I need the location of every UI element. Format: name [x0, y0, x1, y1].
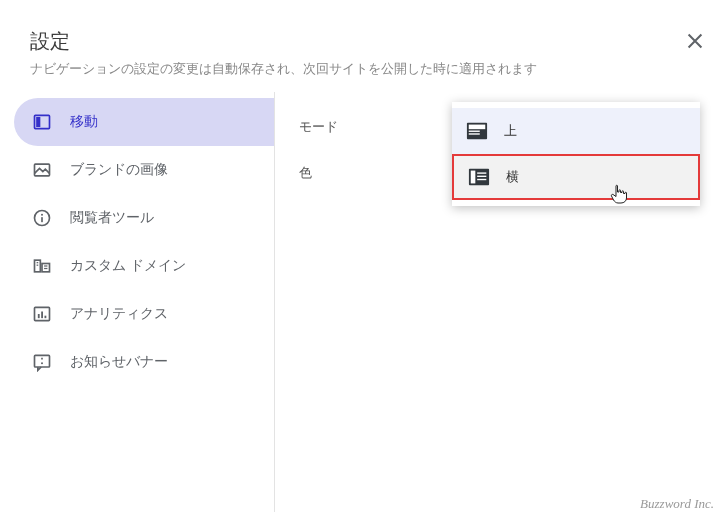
- page-title: 設定: [30, 28, 698, 55]
- sidebar-item-brand-images[interactable]: ブランドの画像: [14, 146, 274, 194]
- svg-point-4: [41, 214, 43, 216]
- svg-rect-27: [477, 179, 486, 180]
- close-button[interactable]: [684, 30, 706, 56]
- dropdown-option-side[interactable]: 横: [452, 154, 700, 200]
- svg-rect-16: [35, 355, 50, 367]
- svg-rect-21: [469, 131, 480, 132]
- sidebar-item-analytics[interactable]: アナリティクス: [14, 290, 274, 338]
- sidebar-item-label: お知らせバナー: [70, 353, 168, 371]
- cursor-hand-icon: [610, 184, 628, 208]
- dropdown-option-label: 上: [504, 122, 517, 140]
- svg-rect-24: [471, 171, 476, 184]
- sidebar-item-announcement[interactable]: お知らせバナー: [14, 338, 274, 386]
- svg-rect-5: [41, 217, 43, 222]
- layout-top-icon: [466, 121, 488, 141]
- svg-rect-20: [469, 125, 486, 130]
- sidebar: 移動 ブランドの画像 閲覧者ツール カスタム ドメイン アナリティクス: [0, 92, 275, 512]
- svg-rect-15: [45, 316, 47, 319]
- svg-rect-22: [469, 133, 480, 134]
- svg-rect-26: [477, 176, 486, 177]
- row-label: モード: [299, 118, 429, 136]
- analytics-icon: [32, 304, 52, 324]
- mode-dropdown: 上 横: [452, 102, 700, 206]
- sidebar-item-label: 移動: [70, 113, 98, 131]
- sidebar-item-navigation[interactable]: 移動: [14, 98, 274, 146]
- close-icon: [684, 30, 706, 52]
- svg-rect-6: [35, 260, 41, 272]
- content-panel: モード 色 上 横: [275, 92, 728, 512]
- dropdown-option-label: 横: [506, 168, 519, 186]
- sidebar-item-label: 閲覧者ツール: [70, 209, 154, 227]
- sidebar-item-viewer-tools[interactable]: 閲覧者ツール: [14, 194, 274, 242]
- row-label: 色: [299, 164, 429, 182]
- nav-icon: [32, 112, 52, 132]
- sidebar-item-custom-domain[interactable]: カスタム ドメイン: [14, 242, 274, 290]
- svg-rect-13: [38, 314, 40, 318]
- sidebar-item-label: カスタム ドメイン: [70, 257, 186, 275]
- info-icon: [32, 208, 52, 228]
- dropdown-option-top[interactable]: 上: [452, 108, 700, 154]
- domain-icon: [32, 256, 52, 276]
- layout-side-icon: [468, 167, 490, 187]
- sidebar-item-label: ブランドの画像: [70, 161, 168, 179]
- page-subtitle: ナビゲーションの設定の変更は自動保存され、次回サイトを公開した時に適用されます: [30, 61, 698, 78]
- announce-icon: [32, 352, 52, 372]
- svg-rect-7: [42, 264, 50, 272]
- svg-point-18: [41, 362, 43, 364]
- svg-rect-25: [477, 172, 486, 173]
- image-icon: [32, 160, 52, 180]
- footer-credit: Buzzword Inc.: [640, 496, 714, 512]
- sidebar-item-label: アナリティクス: [70, 305, 168, 323]
- svg-rect-1: [36, 117, 40, 127]
- svg-rect-14: [41, 312, 43, 319]
